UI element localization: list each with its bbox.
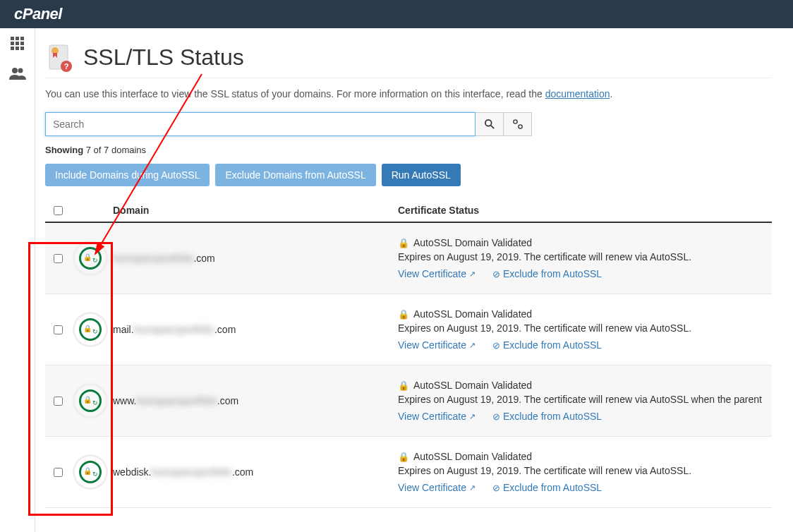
view-certificate-link[interactable]: View Certificate ↗	[398, 339, 476, 351]
results-count: Showing 7 of 7 domains	[45, 145, 772, 155]
lock-icon: 🔒	[398, 309, 409, 320]
svg-rect-6	[11, 47, 14, 50]
svg-line-16	[490, 126, 493, 128]
table-header: Domain Certificate Status	[45, 199, 772, 223]
svg-point-10	[18, 68, 23, 73]
column-status: Certificate Status	[398, 205, 772, 216]
domains-table: Domain Certificate Status ↻ humayanzport…	[45, 199, 772, 508]
svg-rect-8	[20, 47, 24, 50]
table-row: ↻ humayanzportfolio.com 🔒AutoSSL Domain …	[45, 223, 772, 294]
cert-expiry-text: Expires on August 19, 2019. The certific…	[398, 251, 772, 262]
svg-rect-4	[16, 42, 19, 45]
lock-icon: 🔒	[398, 380, 409, 391]
search-bar	[45, 112, 772, 136]
svg-rect-7	[16, 47, 19, 50]
external-link-icon: ↗	[469, 341, 476, 350]
lock-icon: 🔒	[398, 238, 409, 248]
cpanel-logo: Panel	[14, 5, 62, 23]
ban-icon: ⊘	[492, 340, 500, 351]
svg-point-18	[518, 125, 521, 128]
table-row: ↻ webdisk.humayanzportfolio.com 🔒AutoSSL…	[45, 437, 772, 508]
main-content: ? SSL/TLS Status You can use this interf…	[35, 28, 793, 532]
search-settings-button[interactable]	[504, 112, 532, 136]
cert-expiry-text: Expires on August 19, 2019. The certific…	[398, 465, 772, 476]
documentation-link[interactable]: documentation	[545, 88, 610, 99]
cert-status-badge: 🔒AutoSSL Domain Validated	[398, 308, 772, 320]
svg-point-9	[12, 68, 18, 73]
include-domains-button[interactable]: Include Domains during AutoSSL	[45, 164, 210, 186]
exclude-from-autossl-link[interactable]: ⊘ Exclude from AutoSSL	[492, 268, 602, 279]
svg-point-17	[513, 120, 516, 123]
select-all-checkbox[interactable]	[54, 206, 63, 215]
domain-name: www.humayanzportfolio.com	[113, 395, 238, 406]
cert-status-badge: 🔒AutoSSL Domain Validated	[398, 380, 772, 391]
exclude-from-autossl-link[interactable]: ⊘ Exclude from AutoSSL	[492, 411, 602, 422]
search-button[interactable]	[476, 112, 504, 136]
svg-text:?: ?	[64, 62, 69, 71]
domain-name: webdisk.humayanzportfolio.com	[113, 466, 253, 478]
action-buttons: Include Domains during AutoSSL Exclude D…	[45, 164, 772, 186]
left-nav	[0, 28, 35, 532]
exclude-from-autossl-link[interactable]: ⊘ Exclude from AutoSSL	[492, 482, 602, 493]
external-link-icon: ↗	[469, 483, 476, 492]
ssl-certificate-icon: ?	[45, 42, 75, 72]
table-row: ↻ mail.humayanzportfolio.com 🔒AutoSSL Do…	[45, 294, 772, 365]
view-certificate-link[interactable]: View Certificate ↗	[398, 411, 476, 422]
lock-icon: 🔒	[398, 452, 409, 462]
gear-icon	[513, 119, 523, 129]
search-input[interactable]	[45, 112, 476, 136]
row-checkbox[interactable]	[54, 325, 63, 334]
search-icon	[485, 119, 495, 129]
svg-rect-0	[11, 37, 14, 40]
ban-icon: ⊘	[492, 411, 500, 422]
apps-grid-icon[interactable]	[11, 37, 25, 54]
svg-rect-5	[20, 42, 24, 45]
domain-name: humayanzportfolio.com	[113, 253, 215, 264]
view-certificate-link[interactable]: View Certificate ↗	[398, 268, 476, 279]
external-link-icon: ↗	[469, 270, 476, 279]
ssl-status-icon: ↻	[75, 243, 106, 274]
row-checkbox[interactable]	[54, 254, 63, 263]
exclude-domains-button[interactable]: Exclude Domains from AutoSSL	[215, 164, 375, 186]
svg-point-15	[485, 120, 491, 126]
cert-expiry-text: Expires on August 19, 2019. The certific…	[398, 394, 772, 405]
view-certificate-link[interactable]: View Certificate ↗	[398, 482, 476, 493]
external-link-icon: ↗	[469, 412, 476, 421]
cert-status-badge: 🔒AutoSSL Domain Validated	[398, 451, 772, 462]
ssl-status-icon: ↻	[75, 457, 106, 488]
ssl-status-icon: ↻	[75, 314, 106, 345]
svg-rect-3	[11, 42, 14, 45]
cert-expiry-text: Expires on August 19, 2019. The certific…	[398, 322, 772, 334]
top-bar: Panel	[0, 0, 793, 28]
table-row: ↻ www.humayanzportfolio.com 🔒AutoSSL Dom…	[45, 365, 772, 437]
users-icon[interactable]	[9, 67, 26, 83]
intro-text: You can use this interface to view the S…	[45, 88, 772, 99]
domain-name: mail.humayanzportfolio.com	[113, 324, 236, 335]
exclude-from-autossl-link[interactable]: ⊘ Exclude from AutoSSL	[492, 339, 602, 351]
svg-rect-2	[20, 37, 24, 40]
ban-icon: ⊘	[492, 269, 500, 279]
cert-status-badge: 🔒AutoSSL Domain Validated	[398, 237, 772, 248]
column-domain: Domain	[113, 205, 398, 216]
ban-icon: ⊘	[492, 483, 500, 493]
page-title: SSL/TLS Status	[83, 44, 244, 71]
row-checkbox[interactable]	[54, 468, 63, 477]
run-autossl-button[interactable]: Run AutoSSL	[382, 164, 461, 186]
ssl-status-icon: ↻	[75, 385, 106, 416]
svg-rect-1	[16, 37, 19, 40]
row-checkbox[interactable]	[54, 397, 63, 406]
page-header: ? SSL/TLS Status	[45, 42, 772, 78]
